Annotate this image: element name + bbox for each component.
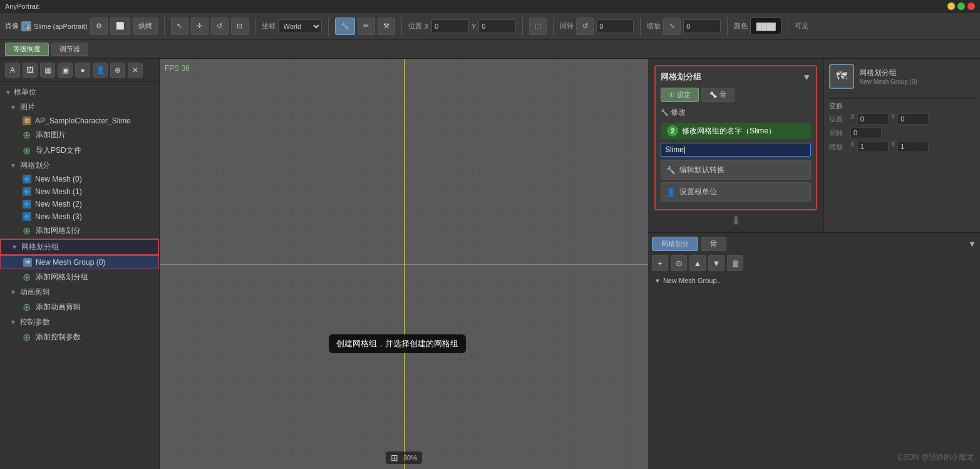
pos-x-label-r: X	[850, 113, 855, 125]
icon-picture-button[interactable]: 🖼	[23, 63, 38, 78]
icon-grid-button[interactable]: ▦	[40, 63, 55, 78]
add-picture-item[interactable]: ⊕ 添加图片	[0, 127, 159, 143]
pos-y-input-r[interactable]	[897, 113, 929, 125]
panel-close-button[interactable]: ▼	[802, 72, 811, 82]
scale-xy: X Y	[850, 141, 929, 152]
mesh-group-settings-area: 网格划分组 ▼ ① 设定 🦴 骨 🔧	[648, 59, 823, 232]
coord-dropdown[interactable]: World	[278, 19, 322, 33]
crosshair-vertical	[404, 59, 405, 469]
icon-a-button[interactable]: A	[5, 63, 20, 78]
tool3-button[interactable]: ⚒	[378, 18, 395, 35]
mesh-group-item[interactable]: 🗺 New Mesh Group (0) 1	[0, 255, 159, 269]
bake-button[interactable]: 烘烤	[133, 18, 158, 35]
mesh-section-header[interactable]: ▼ 网格划分	[0, 158, 159, 173]
bottom-panel-expand[interactable]: ▼	[968, 237, 976, 251]
transform-section: 变换 位置 X Y 回转	[829, 98, 975, 152]
icon-circle-button[interactable]: ●	[75, 63, 90, 78]
add-mesh-group-item[interactable]: ⊕ 添加网格划分组	[0, 269, 159, 285]
edit-default-transform-button[interactable]: 🔧 编辑默认转换	[661, 160, 811, 180]
add-mesh-item[interactable]: ⊕ 添加网格划分	[0, 223, 159, 239]
scale-x-input-r[interactable]	[857, 141, 889, 152]
move-up-btn[interactable]: ▲	[689, 255, 706, 271]
close-button[interactable]	[967, 3, 975, 10]
mesh-item-3[interactable]: 🔷 New Mesh (3)	[0, 210, 159, 223]
scale-label-r: 缩放	[829, 142, 848, 152]
color-swatch-button[interactable]: ████	[750, 18, 781, 35]
picture-item[interactable]: 🖼 AP_SampleCharacter_Slime	[0, 115, 159, 127]
icon-person-button[interactable]: 👤	[93, 63, 108, 78]
rotation-input[interactable]	[596, 19, 634, 33]
scale-y-input-r[interactable]	[897, 141, 929, 152]
select-tool-button[interactable]: ↖	[171, 18, 188, 35]
portrait-file-name: Slime (apPortrait)	[34, 23, 88, 30]
bottom-tab-bone[interactable]: 骨	[701, 237, 726, 251]
gear-button[interactable]: ⚙	[90, 18, 108, 35]
bottom-toolbar: + ⊙ ▲ ▼ 🗑	[652, 255, 976, 271]
cap-btn[interactable]: ⊙	[671, 255, 687, 271]
add-animation-label: 添加动画剪辑	[36, 302, 81, 312]
minimize-button[interactable]	[947, 3, 955, 10]
scale-label: 缩放	[647, 21, 661, 31]
rotate-tool-button[interactable]: ↺	[211, 18, 229, 35]
separator-9	[788, 17, 788, 36]
pos-y-input[interactable]	[478, 19, 516, 33]
mesh-group-name-input[interactable]	[661, 143, 811, 157]
control-header[interactable]: ▼ 控制参数	[0, 315, 159, 329]
tab-bone[interactable]: 🦴 骨	[701, 88, 735, 102]
add-control-item[interactable]: ⊕ 添加控制参数	[0, 329, 159, 345]
bottom-tab-mesh[interactable]: 网格划分	[652, 237, 698, 251]
pos-y-label-r: Y	[891, 113, 895, 125]
bone-icon: 🦴	[709, 91, 717, 98]
add-control-icon: ⊕	[23, 331, 31, 343]
mesh-group-panel: 网格划分组 ▼ ① 设定 🦴 骨 🔧	[654, 65, 817, 210]
rotation-reset-button[interactable]: ↺	[576, 18, 594, 35]
icon-add-button[interactable]: ⊕	[110, 63, 125, 78]
color-label: 颜色	[734, 21, 748, 31]
mesh-item-1[interactable]: 🔷 New Mesh (1)	[0, 185, 159, 198]
tool1-button[interactable]: 🔧	[335, 18, 355, 35]
fps-label: FPS 36	[165, 64, 190, 73]
icon-grid2-button[interactable]: ▣	[58, 63, 73, 78]
rotation-input-r[interactable]	[850, 127, 882, 138]
add-animation-item[interactable]: ⊕ 添加动画剪辑	[0, 299, 159, 315]
pictures-header[interactable]: ▼ 图片	[0, 100, 159, 115]
depth-button[interactable]: ⬚	[529, 18, 547, 35]
mesh-group-section-header[interactable]: ▼ 网格划分组	[0, 239, 159, 255]
canvas-area[interactable]: FPS 36 创建网格组，并选择创建的网格组 ⊞ 30%	[160, 59, 648, 469]
modify-icon: 🔧	[661, 109, 668, 116]
mesh-item-0[interactable]: 🔷 New Mesh (0)	[0, 173, 159, 185]
tab-bone-label: 骨	[720, 90, 726, 100]
add-mesh-label: 添加网格划分	[36, 225, 81, 236]
separator-7	[640, 17, 641, 36]
import-psd-item[interactable]: ⊕ 导入PSD文件	[0, 143, 159, 158]
adjuster-tab[interactable]: 调节器	[51, 43, 88, 56]
title-bar: AnyPortrait	[0, 0, 980, 13]
mesh-section-label: 网格划分	[20, 160, 50, 171]
scale-input[interactable]	[683, 19, 721, 33]
root-unit-header[interactable]: ▼ 根单位	[0, 85, 159, 100]
add-picture-label: 添加图片	[36, 130, 66, 140]
color-section: 颜色 ████	[734, 18, 781, 35]
add-mesh-group-label: 添加网格划分组	[36, 272, 88, 282]
mesh-item-2[interactable]: 🔷 New Mesh (2)	[0, 198, 159, 210]
pos-x-input[interactable]	[431, 19, 469, 33]
pictures-arrow-icon: ▼	[10, 104, 16, 111]
rotation-label-r: 回转	[829, 128, 848, 138]
scale-reset-button[interactable]: ⤡	[663, 18, 681, 35]
animation-header[interactable]: ▼ 动画剪辑	[0, 285, 159, 299]
move-down-btn[interactable]: ▼	[708, 255, 725, 271]
pos-x-input-r[interactable]	[857, 113, 889, 125]
icon-close-button[interactable]: ✕	[128, 63, 143, 78]
tool2-button[interactable]: ✏	[358, 18, 375, 35]
delete-btn[interactable]: 🗑	[727, 255, 743, 271]
hierarchy-tab[interactable]: 等级制度	[5, 43, 49, 56]
set-root-button[interactable]: 👤 设置根单位	[661, 182, 811, 202]
add-mesh-group-btn[interactable]: +	[652, 255, 668, 271]
export-button[interactable]: ⬜	[110, 18, 130, 35]
control-label: 控制参数	[20, 317, 50, 327]
scale-tool-button[interactable]: ⊡	[231, 18, 249, 35]
move-tool-button[interactable]: ✛	[191, 18, 209, 35]
tab-setup[interactable]: ① 设定	[661, 88, 699, 102]
coord-label: 坐标	[262, 21, 276, 31]
maximize-button[interactable]	[957, 3, 965, 10]
